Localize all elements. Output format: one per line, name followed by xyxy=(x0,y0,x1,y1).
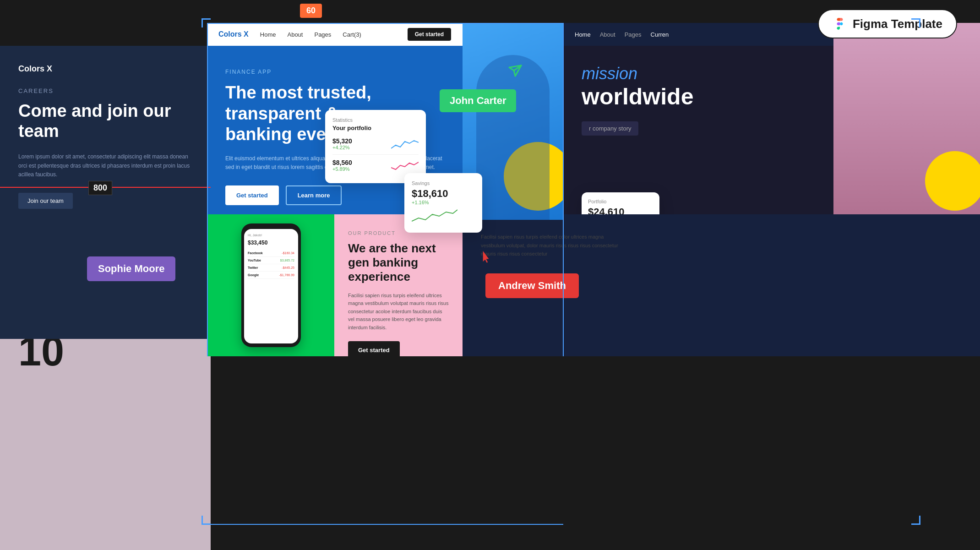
phone-section: Hi, Jakob! $33,450 Facebook -$160.34 You… xyxy=(207,214,335,356)
selection-left-border xyxy=(207,23,208,356)
portfolio-stats-label: Statistics xyxy=(332,117,419,123)
nav-about[interactable]: About xyxy=(287,31,303,38)
right-nav-current[interactable]: Curren xyxy=(651,31,669,38)
phone-row-youtube: YouTube $3,865.72 xyxy=(248,257,294,264)
portfolio-card: Statistics Your portfolio $5,320 +4.22% … xyxy=(325,110,426,183)
sophie-moore-badge: Sophie Moore xyxy=(87,256,175,281)
nav-get-started-button[interactable]: Get started xyxy=(408,28,451,41)
pink-title: We are the next gen banking experience xyxy=(348,241,449,284)
portfolio-right-label: Portfolio xyxy=(588,199,653,204)
phone-row-facebook: Facebook -$160.34 xyxy=(248,250,294,257)
phone-row-3-amount: -$445.25 xyxy=(282,266,294,269)
selection-top-border xyxy=(207,23,563,24)
pink-section: OUR PRODUCT We are the next gen banking … xyxy=(334,214,463,356)
portfolio-row-1: $5,320 +4.22% xyxy=(332,137,419,155)
phone-row-4-name: Google xyxy=(248,273,259,277)
corner-bl xyxy=(201,516,211,525)
company-story-button[interactable]: r company story xyxy=(582,121,638,136)
phone-row-1-name: Facebook xyxy=(248,251,263,255)
mission-title: worldwide xyxy=(582,83,962,110)
phone-balance: $33,450 xyxy=(248,240,294,246)
careers-body: Lorem ipsum dolor sit amet, consectetur … xyxy=(18,152,192,179)
join-our-team-button[interactable]: Join our team xyxy=(18,193,73,209)
nav-brand: Colors X xyxy=(218,30,249,38)
mini-chart-2 xyxy=(391,158,419,172)
learn-more-button[interactable]: Learn more xyxy=(286,185,342,205)
phone-screen: Hi, Jakob! $33,450 Facebook -$160.34 You… xyxy=(244,229,298,343)
right-nav-pages[interactable]: Pages xyxy=(625,31,642,38)
savings-amount: $18,610 xyxy=(412,188,475,200)
phone-row-3-name: Twitter xyxy=(248,266,258,269)
john-carter-badge: John Carter xyxy=(440,89,516,112)
phone-row-google: Google -$1,766.99 xyxy=(248,272,294,279)
send-arrow-icon xyxy=(506,62,523,82)
cursor-icon xyxy=(481,251,494,267)
phone-row-twitter: Twitter -$445.25 xyxy=(248,264,294,272)
finance-label: FINANCE APP xyxy=(225,69,444,75)
figma-badge: Figma Template xyxy=(818,9,957,38)
careers-title: Come and join our team xyxy=(18,101,192,141)
figma-icon xyxy=(833,16,847,31)
phone-row-2-amount: $3,865.72 xyxy=(280,259,294,262)
savings-change: +1.16% xyxy=(412,200,475,205)
pink-get-started-button[interactable]: Get started xyxy=(348,341,400,356)
andrew-smith-badge: Andrew Smith xyxy=(485,273,579,298)
phone-row-2-name: YouTube xyxy=(248,259,261,262)
corner-br xyxy=(911,516,920,525)
careers-label: CAREERS xyxy=(18,87,192,94)
get-started-button[interactable]: Get started xyxy=(225,185,279,205)
pink-body: Facilisi sapien risus turpis eleifend ul… xyxy=(348,292,449,332)
phone-row-4-amount: -$1,766.99 xyxy=(279,273,294,277)
right-nav-home[interactable]: Home xyxy=(575,31,591,38)
nav-cart[interactable]: Cart(3) xyxy=(343,31,361,38)
left-brand: Colors X xyxy=(18,64,192,74)
company-text: Facilisi sapien risus turpis eleifend co… xyxy=(463,214,637,277)
savings-label: Savings xyxy=(412,180,475,186)
selection-right-border xyxy=(563,23,564,356)
portfolio-row-2: $8,560 +5.89% xyxy=(332,158,419,176)
phone-mockup: Hi, Jakob! $33,450 Facebook -$160.34 You… xyxy=(241,223,301,347)
portfolio-amount-2: $8,560 xyxy=(332,159,352,166)
savings-chart xyxy=(412,205,457,223)
canvas: 800 60 Figma Template Colors X CAREERS C… xyxy=(0,0,980,550)
corner-tr xyxy=(911,18,920,27)
selection-bottom-border xyxy=(207,524,563,525)
badge-800: 800 xyxy=(88,181,112,195)
portfolio-change-1: +4.22% xyxy=(332,145,352,150)
mission-section: mission worldwide r company story xyxy=(563,46,980,154)
nav-pages[interactable]: Pages xyxy=(314,31,331,38)
mission-subtitle: mission xyxy=(582,64,962,83)
nav-home[interactable]: Home xyxy=(260,31,276,38)
phone-header: Hi, Jakob! xyxy=(248,234,294,237)
yellow-circle-right xyxy=(925,151,980,211)
phone-row-1-amount: -$160.34 xyxy=(282,251,294,255)
mini-chart-1 xyxy=(391,137,419,151)
figma-label: Figma Template xyxy=(853,17,942,31)
right-nav-about[interactable]: About xyxy=(600,31,615,38)
portfolio-change-2: +5.89% xyxy=(332,166,352,172)
main-navbar: Colors X Home About Pages Cart(3) Get st… xyxy=(207,23,463,46)
portfolio-card-title: Your portfolio xyxy=(332,125,419,131)
badge-60: 60 xyxy=(300,4,322,18)
portfolio-amount-1: $5,320 xyxy=(332,137,352,145)
savings-card: Savings $18,610 +1.16% xyxy=(404,173,482,233)
